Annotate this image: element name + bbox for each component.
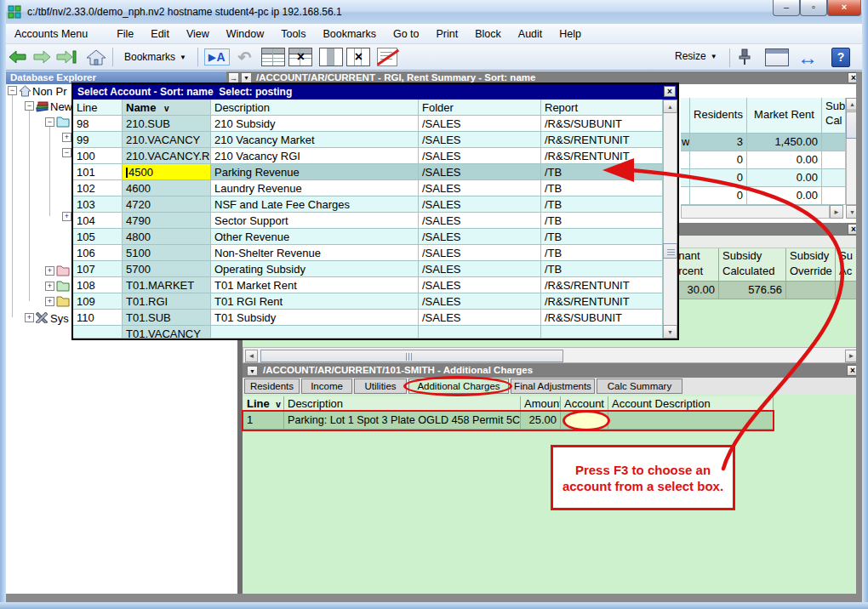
menu-file[interactable]: File bbox=[108, 25, 142, 43]
table-columns-icon[interactable] bbox=[319, 48, 343, 66]
sa-cell-description[interactable]: Operating Subsidy bbox=[211, 261, 419, 277]
sa-cell-description[interactable] bbox=[211, 326, 419, 339]
forward-icon[interactable] bbox=[31, 49, 52, 65]
sa-cell-description[interactable]: Parking Revenue bbox=[211, 164, 419, 180]
tab-calc-summary[interactable]: Calc Summary bbox=[597, 378, 682, 394]
menu-window[interactable]: Window bbox=[218, 25, 272, 43]
sa-cell-description[interactable]: T01 RGI Rent bbox=[211, 293, 419, 310]
rgi-cell-residents[interactable]: 0 bbox=[690, 151, 747, 169]
sa-vscrollbar[interactable] bbox=[663, 100, 677, 339]
chevron-down-icon[interactable]: ▼ bbox=[247, 366, 258, 376]
sa-cell-line[interactable]: 109 bbox=[73, 293, 123, 310]
tree-collapse-box[interactable]: − bbox=[25, 101, 34, 111]
sa-cell-folder[interactable]: /SALES bbox=[419, 116, 541, 132]
sa-cell-name[interactable]: 210.VACANCY.RGI bbox=[123, 148, 211, 164]
tab-residents[interactable]: Residents bbox=[244, 378, 300, 394]
sa-cell-report[interactable]: /R&S/SUBUNIT bbox=[541, 116, 663, 132]
menu-print[interactable]: Print bbox=[428, 25, 467, 43]
tree-item-root[interactable]: Non Pr bbox=[32, 85, 66, 98]
help-book-icon[interactable]: ? bbox=[831, 48, 850, 67]
subsidy-header-actual[interactable]: Su Ac bbox=[836, 248, 859, 282]
sa-cell-folder[interactable]: /SALES bbox=[419, 245, 541, 261]
window-panel-icon[interactable] bbox=[765, 48, 789, 66]
hscroll-thumb[interactable] bbox=[260, 350, 563, 362]
sa-cell-line[interactable]: 98 bbox=[73, 116, 123, 132]
go-to-end-icon[interactable] bbox=[55, 49, 77, 65]
sa-vscroll-thumb[interactable] bbox=[663, 243, 677, 259]
sa-cell-folder[interactable]: /SALES bbox=[419, 213, 541, 229]
rgi-cell-market-rent[interactable]: 0.00 bbox=[747, 169, 822, 187]
tree-collapse-box[interactable]: − bbox=[62, 148, 71, 157]
rgi-cell-subsidy[interactable] bbox=[822, 151, 846, 169]
sa-cell-folder[interactable]: /SALES bbox=[419, 310, 541, 326]
sa-cell-folder[interactable]: /SALES bbox=[419, 148, 541, 164]
close-button[interactable]: × bbox=[827, 0, 861, 16]
sa-cell-report[interactable]: /R&S/RENTUNIT bbox=[541, 293, 663, 310]
sa-cell-line[interactable]: 99 bbox=[73, 132, 123, 148]
rgi-hscrollbar[interactable] bbox=[681, 205, 830, 219]
sa-cell-folder[interactable]: /SALES bbox=[419, 229, 541, 245]
rgi-cell-name[interactable] bbox=[681, 151, 690, 169]
subsidy-cell-calculated[interactable]: 576.56 bbox=[719, 282, 786, 299]
sa-edit-cell[interactable]: 4500 bbox=[123, 164, 211, 180]
undo-icon[interactable]: ↶ bbox=[238, 48, 252, 67]
delete-column-icon[interactable]: × bbox=[346, 48, 370, 66]
tree-expand-box[interactable]: + bbox=[62, 212, 71, 221]
tree-expand-box[interactable]: + bbox=[45, 282, 54, 291]
sa-cell-description[interactable]: T01 Market Rent bbox=[211, 277, 419, 293]
tree-collapse-box[interactable]: − bbox=[8, 86, 17, 95]
sa-cell-name[interactable]: T01.MARKET bbox=[123, 277, 211, 293]
sa-cell-description[interactable]: Laundry Revenue bbox=[211, 180, 419, 196]
sa-cell-line[interactable]: 104 bbox=[73, 213, 123, 229]
sa-cell-description[interactable]: NSF and Late Fee Charges bbox=[211, 196, 419, 213]
sa-header-name[interactable]: Name v bbox=[123, 100, 211, 116]
sa-cell-report[interactable]: /R&S/RENTUNIT bbox=[541, 277, 663, 293]
menu-accounts-menu[interactable]: Accounts Menu bbox=[6, 25, 96, 43]
pin-icon[interactable] bbox=[735, 48, 754, 66]
sa-cell-folder[interactable]: /SALES bbox=[419, 180, 541, 196]
rgi-header-subsidy[interactable]: Sub Cal bbox=[822, 98, 846, 134]
maximize-button[interactable]: ▫ bbox=[800, 0, 827, 16]
sa-cell-report[interactable]: /TB bbox=[541, 164, 663, 180]
rgi-header-market-rent[interactable]: Market Rent bbox=[747, 98, 822, 134]
menu-tools[interactable]: Tools bbox=[272, 25, 314, 43]
rgi-cell-residents[interactable]: 3 bbox=[690, 134, 747, 151]
sa-cell-line[interactable] bbox=[73, 326, 123, 339]
menu-help[interactable]: Help bbox=[551, 25, 590, 43]
strike-document-icon[interactable] bbox=[377, 48, 397, 66]
sa-cell-report[interactable] bbox=[541, 326, 663, 339]
sa-cell-line[interactable]: 100 bbox=[73, 148, 123, 164]
sa-cell-report[interactable]: /TB bbox=[541, 245, 663, 261]
scroll-up-icon[interactable]: ▲ bbox=[663, 100, 677, 113]
bookmarks-dropdown[interactable]: Bookmarks ▼ bbox=[119, 49, 191, 65]
sa-cell-name[interactable]: 210.SUB bbox=[123, 116, 211, 132]
menu-bookmarks[interactable]: Bookmarks bbox=[314, 25, 385, 43]
rgi-cell-market-rent[interactable]: 1,450.00 bbox=[747, 134, 822, 151]
tree-item-system[interactable]: Sys bbox=[50, 312, 69, 325]
sa-cell-name[interactable]: T01.SUB bbox=[123, 310, 211, 326]
subsidy-cell-override[interactable] bbox=[786, 282, 836, 299]
rgi-header-cut[interactable] bbox=[681, 98, 690, 134]
sa-cell-folder[interactable]: /SALES bbox=[419, 132, 541, 148]
rgi-cell-name[interactable] bbox=[681, 187, 690, 205]
sa-header-description[interactable]: Description bbox=[211, 100, 419, 116]
subsidy-header-override[interactable]: Subsidy Override bbox=[786, 248, 836, 282]
tree-expand-box[interactable]: + bbox=[62, 133, 71, 142]
run-macro-button[interactable]: ▶ A bbox=[204, 48, 230, 65]
sa-cell-report[interactable]: /TB bbox=[541, 261, 663, 277]
sa-cell-folder[interactable] bbox=[419, 326, 541, 339]
sa-cell-folder[interactable]: /SALES bbox=[419, 196, 541, 213]
sa-cell-folder[interactable]: /SALES bbox=[419, 261, 541, 277]
horizontal-split-icon[interactable]: ↔ bbox=[797, 46, 818, 70]
tab-final-adjustments[interactable]: Final Adjustments bbox=[511, 378, 595, 394]
minimize-button[interactable]: – bbox=[773, 0, 800, 16]
sa-header-line[interactable]: Line bbox=[73, 100, 123, 116]
sa-cell-folder[interactable]: /SALES bbox=[419, 293, 541, 310]
rgi-cell-market-rent[interactable]: 0.00 bbox=[747, 151, 822, 169]
sa-header-folder[interactable]: Folder bbox=[419, 100, 541, 116]
subsidy-cell-actual[interactable] bbox=[836, 282, 859, 299]
sa-cell-line[interactable]: 102 bbox=[73, 180, 123, 196]
sa-cell-description[interactable]: Sector Support bbox=[211, 213, 419, 229]
sa-cell-name[interactable]: 4600 bbox=[123, 180, 211, 196]
rgi-cell-name[interactable]: w bbox=[681, 134, 690, 151]
